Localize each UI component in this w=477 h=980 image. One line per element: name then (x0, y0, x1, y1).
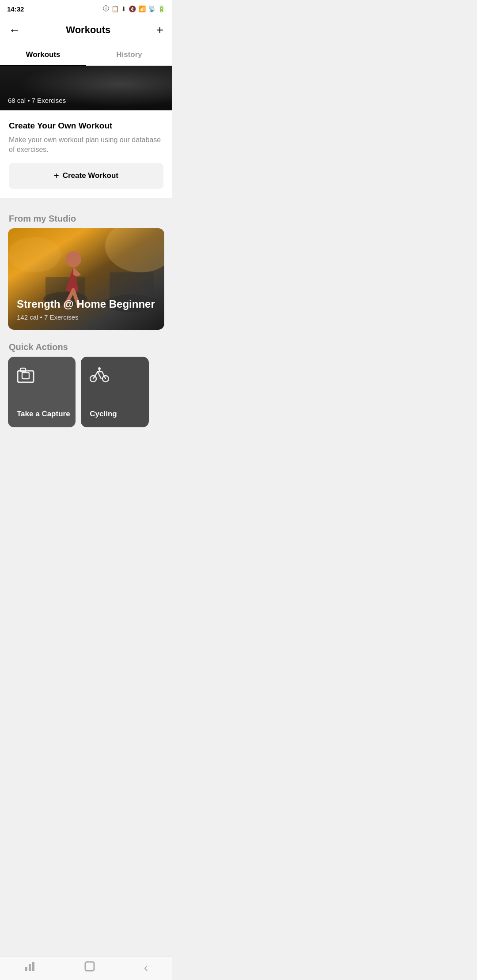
svg-rect-10 (20, 368, 26, 372)
clipboard-icon: 📋 (111, 5, 119, 12)
top-bar: ← Workouts + (0, 16, 172, 44)
battery-icon: 🔋 (158, 5, 165, 12)
create-card-title: Create Your Own Workout (9, 121, 163, 131)
signal-icon: 📡 (148, 5, 155, 12)
tab-bar: Workouts History (0, 44, 172, 66)
studio-card-title: Strength @ Home Beginner (17, 298, 155, 311)
create-workout-label: Create Workout (63, 171, 118, 180)
workout-card-meta: 68 cal • 7 Exercises (8, 97, 66, 104)
svg-point-14 (98, 367, 101, 370)
add-button[interactable]: + (156, 23, 163, 37)
tab-history[interactable]: History (86, 44, 172, 65)
page-title: Workouts (66, 24, 110, 36)
cycling-icon (90, 367, 109, 387)
content-area: 68 cal • 7 Exercises Create Your Own Wor… (0, 66, 172, 463)
studio-workout-card[interactable]: Strength @ Home Beginner 142 cal • 7 Exe… (8, 228, 164, 330)
quick-action-capture[interactable]: Take a Capture (8, 357, 76, 427)
back-button[interactable]: ← (9, 23, 20, 37)
info-icon: ⓘ (103, 5, 109, 13)
quick-actions-label: Quick Actions (0, 333, 172, 357)
studio-card-meta: 142 cal • 7 Exercises (17, 313, 155, 321)
plus-icon: + (54, 171, 59, 181)
tab-workouts[interactable]: Workouts (0, 44, 86, 65)
status-icons: ⓘ 📋 ⬇ 🔇 📶 📡 🔋 (103, 5, 165, 13)
studio-section-label: From my Studio (0, 207, 172, 228)
capture-label: Take a Capture (17, 410, 70, 418)
quick-action-cycling[interactable]: Cycling (81, 357, 148, 427)
cycling-label: Cycling (90, 410, 117, 418)
create-workout-card: Create Your Own Workout Make your own wo… (0, 110, 172, 198)
bottom-spacer (0, 427, 172, 463)
top-workout-card-partial[interactable]: 68 cal • 7 Exercises (0, 66, 172, 110)
studio-card-content: Strength @ Home Beginner 142 cal • 7 Exe… (17, 298, 155, 321)
status-bar: 14:32 ⓘ 📋 ⬇ 🔇 📶 📡 🔋 (0, 0, 172, 16)
quick-actions-row: Take a Capture Cycling (0, 357, 172, 427)
wifi-icon: 📶 (138, 5, 146, 12)
create-card-description: Make your own workout plan using our dat… (9, 135, 163, 155)
capture-icon (17, 367, 34, 389)
create-workout-button[interactable]: + Create Workout (9, 163, 163, 189)
status-time: 14:32 (7, 5, 24, 13)
mute-icon: 🔇 (129, 5, 136, 12)
download-icon: ⬇ (121, 5, 126, 12)
section-gap-1 (0, 198, 172, 207)
svg-rect-11 (22, 373, 29, 379)
